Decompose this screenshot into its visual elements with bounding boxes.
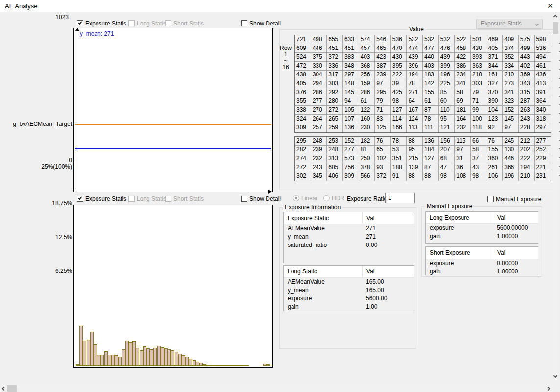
value-cell: 498	[311, 35, 327, 44]
value-cell: 79	[375, 97, 391, 105]
value-table-row: 3382702721051227112716787110181991041522…	[295, 106, 551, 115]
value-cell: 210	[519, 172, 535, 181]
histogram-bar	[90, 332, 94, 366]
value-cell: 532	[407, 35, 423, 44]
value-cell: 336	[327, 62, 343, 70]
close-icon[interactable]: ×	[543, 0, 557, 12]
value-cell: 183	[423, 71, 439, 79]
horizontal-scrollbar[interactable]	[0, 385, 553, 392]
histogram-bar	[196, 362, 199, 366]
exposure-information-caption: Exposure Information	[283, 204, 342, 211]
value-cell: 53	[391, 146, 407, 154]
value-cell: 360	[487, 154, 503, 163]
value-cell: 108	[455, 172, 471, 181]
value-cell: 239	[311, 146, 327, 154]
check-icon	[78, 21, 82, 24]
value-cell: 253	[327, 137, 343, 145]
value-cell: 145	[343, 88, 359, 97]
value-cell: 81	[359, 146, 375, 154]
value-cell: 303	[327, 79, 343, 88]
value-cell: 95	[407, 146, 423, 154]
table-row: exposure0.00000	[426, 259, 538, 268]
scroll-down-icon[interactable]	[553, 374, 557, 378]
exposure-statis-checkbox-top[interactable]: Exposure Statis	[77, 20, 126, 27]
histogram-bar	[125, 341, 129, 366]
table-header-val: Val	[493, 247, 538, 259]
value-cell: 458	[455, 44, 471, 52]
show-detail-checkbox-bottom[interactable]: Show Detail	[241, 195, 281, 202]
value-cell: 344	[487, 62, 503, 70]
value-cell: 451	[327, 44, 343, 52]
horizontal-scroll-thumb[interactable]	[7, 385, 17, 392]
value-cell: 302	[295, 172, 311, 181]
value-cell: 155	[487, 146, 503, 154]
value-cell: 222	[519, 154, 535, 163]
value-cell: 446	[311, 44, 327, 52]
histogram-bar	[161, 347, 164, 366]
value-cell: 92	[487, 123, 503, 132]
value-cell: 60	[439, 97, 455, 105]
exposure-statis-checkbox-bottom[interactable]: Exposure Statis	[77, 195, 126, 202]
manual-exposure-checkbox[interactable]: Manual Exposure	[487, 196, 541, 203]
value-cell: 210	[503, 71, 519, 79]
value-cell: 330	[311, 62, 327, 70]
value-cell: 263	[519, 106, 535, 114]
value-cell: 229	[535, 154, 551, 163]
scroll-right-icon[interactable]	[546, 387, 550, 391]
table-row: gain1.00000	[426, 232, 538, 241]
histogram-bar	[76, 364, 79, 366]
short-statis-checkbox-bottom[interactable]: Short Statis	[165, 195, 204, 202]
value-table-row: 3242642651071608311412478951641001231452…	[295, 115, 551, 123]
long-statis-checkbox-bottom[interactable]: Long Statis	[128, 195, 166, 202]
exposure-ratio-input[interactable]	[385, 193, 415, 203]
value-cell: 250	[359, 154, 375, 163]
show-detail-checkbox-top[interactable]: Show Detail	[241, 20, 281, 27]
vertical-scrollbar[interactable]	[553, 12, 558, 381]
value-cell: 348	[343, 62, 359, 70]
table-row-val: 5600.00	[362, 294, 414, 303]
value-table-row: 2722436057563789318813987473643261366194…	[295, 163, 551, 172]
value-cell: 405	[295, 79, 311, 88]
histogram-bar	[263, 364, 267, 366]
table-row-val: 1.00000	[493, 232, 538, 241]
value-cell: 476	[439, 44, 455, 52]
histogram-bar	[153, 348, 157, 366]
histogram-bar	[238, 365, 242, 366]
value-cell: 391	[535, 88, 551, 97]
value-cell: 338	[295, 106, 311, 114]
value-cell: 524	[295, 53, 311, 61]
table-row-key: exposure	[426, 224, 493, 232]
hdr-radio[interactable]: HDR	[323, 195, 344, 202]
value-cell: 184	[423, 146, 439, 154]
value-cell: 145	[503, 115, 519, 123]
value-cell: 287	[519, 97, 535, 105]
value-cell: 166	[391, 123, 407, 132]
value-cell: 106	[487, 172, 503, 181]
statis-select[interactable]: Exposure Statis	[476, 19, 543, 29]
value-cell: 575	[519, 35, 535, 44]
long-statis-checkbox-top[interactable]: Long Statis	[128, 20, 166, 27]
value-cell: 194	[407, 71, 423, 79]
table-row-key: y_mean	[284, 286, 362, 294]
table-row: y_mean271	[284, 233, 414, 241]
value-cell: 309	[295, 123, 311, 132]
value-cell: 271	[407, 88, 423, 97]
linear-radio[interactable]: Linear	[293, 195, 317, 202]
value-cell: 324	[295, 115, 311, 123]
scroll-left-icon[interactable]	[2, 387, 6, 391]
value-cell: 304	[311, 71, 327, 79]
vertical-scroll-thumb[interactable]	[553, 22, 558, 34]
value-cell: 317	[327, 71, 343, 79]
value-cell: 87	[423, 163, 439, 172]
value-cell: 76	[375, 137, 391, 145]
short-statis-checkbox-top[interactable]: Short Statis	[165, 20, 204, 27]
value-cell: 95	[439, 115, 455, 123]
value-cell: 309	[343, 172, 359, 181]
y-mean-annotation: y_mean: 271	[80, 30, 114, 37]
value-table-row: 3762862921452862954252711558558793703413…	[295, 88, 551, 97]
value-cell: 286	[359, 88, 375, 97]
scroll-up-icon[interactable]	[553, 15, 557, 19]
x-axis-arrow-icon	[268, 190, 272, 194]
value-cell: 477	[423, 44, 439, 52]
histogram-bar	[178, 354, 182, 366]
